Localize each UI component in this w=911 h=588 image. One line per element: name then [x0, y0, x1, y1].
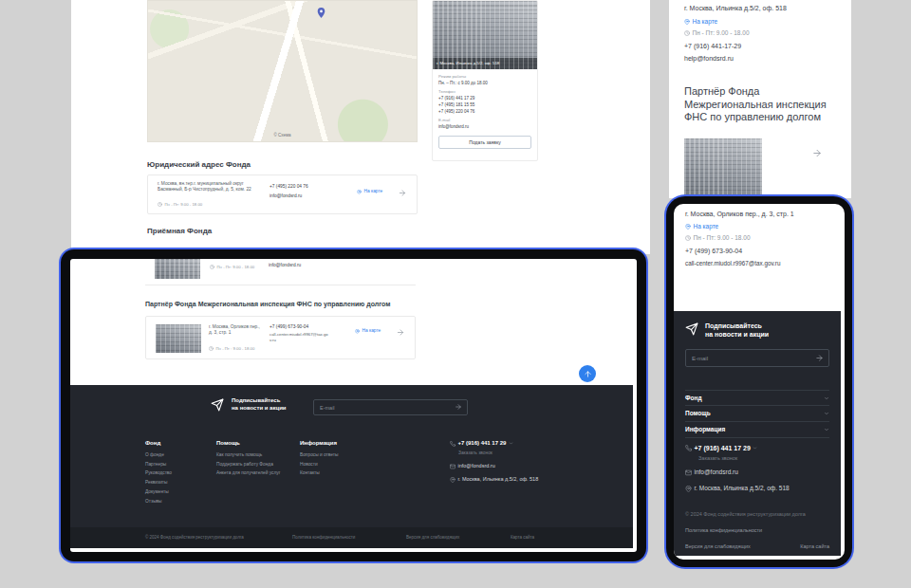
phone-screen: г. Москва, Орликов пер., д. 3, стр. 1 На… [674, 204, 845, 560]
phone-partner-map-link[interactable]: На карте [685, 223, 718, 230]
phone-icon [450, 441, 456, 447]
chevron-down-icon [824, 427, 829, 432]
mobile-footer-address-row: г. Москва, Ильинка д.5/2, оф. 518 [685, 485, 790, 492]
footer-link[interactable]: Поддержать работу Фонда [216, 462, 280, 468]
office-photo-caption: г. Москва, Ильинка д.5/2, оф. 518 [433, 58, 537, 69]
footer-link[interactable]: Как получить помощь [216, 452, 280, 458]
footer-link[interactable]: Анкета для получателей услуг [216, 470, 280, 476]
phone-partner-email-link[interactable]: call-center.miudol.r9967@tax.gov.ru [685, 260, 780, 266]
subscribe-submit-button[interactable] [814, 354, 825, 362]
map-pin-icon [355, 329, 360, 334]
subscribe-title-line2: на новости и акции [232, 405, 287, 413]
footer-link[interactable]: Документы [145, 489, 172, 495]
footer-link[interactable]: О фонде [145, 452, 172, 458]
footer-link[interactable]: Руководство [145, 470, 172, 476]
footer-sitemap-link[interactable]: Карта сайта [511, 535, 534, 541]
mobile-footer-privacy-link[interactable]: Политика конфиденциальности [685, 527, 762, 534]
reception-card: Пн - Пт: 9.00 - 18.00 info@fondsrd.ru [145, 259, 416, 285]
partner-address-text: г. Москва, Орликов пер., д. 3, стр. 1 [209, 324, 264, 337]
office-photo: г. Москва, Ильинка д.5/2, оф. 518 [433, 1, 537, 69]
legal-address-card: г. Москва, вн.тер.г. муниципальный округ… [147, 175, 418, 214]
map[interactable]: © Схема [147, 0, 418, 142]
mobile-office-map-link[interactable]: На карте [684, 18, 717, 26]
subscribe-title-line2: на новости и акции [705, 330, 769, 339]
arrow-right-icon[interactable] [395, 328, 406, 337]
footer-bottom-bar: © 2024 Фонд содействия реструктуризации … [70, 527, 633, 548]
desktop-page-fragment: © Схема г. Москва, Ильинка д.5/2, оф. 51… [71, 0, 650, 254]
footer-column-fund: Фонд О фонде Партнеры Руководство Реквиз… [145, 440, 172, 505]
partner-phone-link[interactable]: +7 (499) 673-90-04 [270, 324, 308, 330]
phone-partner-map-link-label: На карте [694, 223, 719, 230]
legal-email-link[interactable]: info@fondsrd.ru [270, 193, 302, 199]
responsive-preview-canvas: { "colors": { "accent_blue": "#2f80ed", … [0, 0, 911, 588]
footer-phone-row[interactable]: +7 (916) 441 17 29 [450, 440, 538, 448]
mobile-footer-copyright: © 2024 Фонд содействия реструктуризации … [685, 511, 829, 518]
legal-phone-link[interactable]: +7 (495) 220 04 76 [270, 184, 308, 190]
partner-section-title: Партнёр Фонда Межрегиональная инспекция … [145, 301, 390, 307]
footer-callback-link[interactable]: Заказать звонок [458, 450, 538, 456]
footer-link[interactable]: Реквизиты [145, 480, 172, 486]
subscribe-submit-button[interactable] [454, 403, 463, 411]
subscribe-email-input[interactable] [685, 349, 829, 367]
mobile-office-address: г. Москва, Ильинка д.5/2, оф. 518 [684, 4, 838, 12]
mobile-footer-accessibility-link[interactable]: Версия для слабовидящих [685, 543, 751, 550]
mobile-office-email-link[interactable]: help@fondsrd.ru [684, 54, 734, 63]
mail-icon [685, 469, 692, 476]
tablet-frame: Пн - Пт: 9.00 - 18.00 info@fondsrd.ru Па… [61, 249, 646, 561]
map-pin-icon [684, 19, 690, 25]
reception-email-link[interactable]: info@fondsrd.ru [269, 263, 301, 268]
apply-request-button[interactable]: Подать заявку [438, 136, 531, 149]
footer-link[interactable]: Новости [300, 462, 338, 468]
mobile-footer-phone-row[interactable]: +7 (916) 441 17 29 [685, 444, 757, 452]
map-roads [148, 1, 417, 141]
mobile-menu-help[interactable]: Помощь [685, 406, 829, 422]
legal-hours-row: Пн - Пт: 9.00 - 18.00 [158, 202, 202, 208]
reception-hours-text: Пн - Пт: 9.00 - 18.00 [217, 265, 255, 270]
reception-title: Приёмная Фонда [147, 227, 212, 236]
footer-copyright: © 2024 Фонд содействия реструктуризации … [145, 535, 244, 541]
email-link[interactable]: info@fondsrd.ru [438, 124, 469, 130]
footer-column-help: Помощь Как получить помощь Поддержать ра… [216, 440, 280, 477]
footer-link[interactable]: Партнеры [145, 462, 172, 468]
subscribe-title-line1: Подписывайтесь [705, 322, 762, 330]
mobile-menu-info[interactable]: Информация [685, 422, 829, 438]
footer-link[interactable]: Отзывы [145, 499, 172, 505]
phone-link[interactable]: +7 (916) 441 17 29 [438, 96, 474, 101]
phone-link[interactable]: +7 (495) 181 15 55 [438, 102, 474, 108]
mobile-footer-email-text: info@fondsrd.ru [695, 469, 738, 476]
partner-photo [156, 324, 201, 353]
mobile-footer: Подписывайтесь на новости и акции Фонд П… [674, 311, 841, 556]
arrow-right-icon[interactable] [809, 148, 825, 158]
mobile-footer-sitemap-link[interactable]: Карта сайта [800, 543, 829, 550]
subscribe-title-line1: Подписывайтесь [232, 397, 280, 405]
mobile-menu-fund[interactable]: Фонд [685, 390, 829, 406]
map-pin-icon [685, 224, 691, 230]
mobile-footer-email-row[interactable]: info@fondsrd.ru [685, 469, 738, 476]
footer-address-row: г. Москва, Ильинка д.5/2, оф. 518 [450, 476, 538, 483]
scroll-to-top-button[interactable] [579, 365, 596, 382]
partner-map-link-label: На карте [363, 328, 381, 334]
subscribe-email-input[interactable] [313, 399, 468, 415]
footer-link[interactable]: Вопросы и ответы [300, 452, 338, 458]
arrow-right-icon[interactable] [397, 189, 408, 197]
footer-accessibility-link[interactable]: Версия для слабовидящих [406, 535, 459, 541]
phone-icon [685, 445, 692, 451]
legal-map-link[interactable]: На карте [357, 189, 382, 194]
arrow-up-icon [584, 370, 592, 378]
mobile-office-phone-link[interactable]: +7 (916) 441-17-29 [684, 42, 741, 50]
partner-map-link[interactable]: На карте [355, 328, 381, 334]
phone-link[interactable]: +7 (495) 220 04 76 [438, 109, 474, 115]
map-attribution: © Схема [273, 133, 290, 138]
phone-partner-phone-link[interactable]: +7 (499) 673-90-04 [685, 247, 742, 255]
partner-hours-text: Пн - Пт : 9.00 - 18.00 [216, 346, 255, 352]
arrow-right-icon [454, 403, 463, 411]
partner-email-link[interactable]: call-center.miudol.r9967@tax.gov.ru [270, 332, 328, 342]
footer-email-row[interactable]: info@fondsrd.ru [450, 463, 538, 469]
footer-privacy-link[interactable]: Политика конфиденциальности [292, 535, 355, 541]
footer-email-text: info@fondsrd.ru [458, 463, 495, 469]
footer-link[interactable]: Контакты [300, 470, 338, 476]
footer-phone-number: +7 (916) 441 17 29 [458, 440, 507, 448]
hours-label: Режим работы [438, 74, 466, 80]
mobile-office-hours-text: Пн - Пт: 9.00 - 18.00 [693, 29, 750, 37]
mobile-footer-callback-link[interactable]: Заказать звонок [698, 455, 737, 462]
